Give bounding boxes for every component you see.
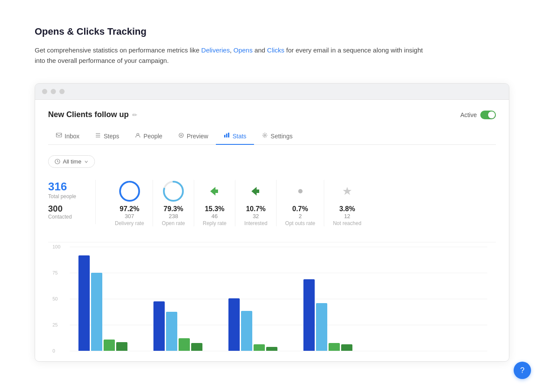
bar-4-4 — [341, 344, 352, 351]
dot-green — [59, 89, 65, 94]
filter-label: All time — [63, 158, 81, 165]
bar-4-3 — [329, 343, 340, 351]
notreached-percentage: 3.8% — [339, 205, 355, 213]
reply-icon-wrap — [203, 180, 226, 203]
tab-settings[interactable]: Settings — [254, 128, 300, 145]
help-icon: ? — [520, 366, 524, 375]
svg-marker-17 — [251, 187, 259, 196]
optout-percentage: 0.7% — [292, 205, 308, 213]
svg-point-10 — [264, 134, 266, 136]
optout-icon-wrap — [289, 180, 312, 203]
svg-point-18 — [298, 189, 303, 193]
bar-3-3 — [254, 344, 265, 351]
tab-people[interactable]: People — [127, 128, 170, 145]
notreached-count: 12 — [344, 213, 350, 219]
bar-group-3 — [228, 298, 277, 351]
campaign-title: New Clients follow up — [48, 110, 129, 119]
delivery-label: Delivery rate — [115, 220, 144, 226]
reply-percentage: 15.3% — [205, 205, 224, 213]
open-count: 238 — [169, 213, 178, 219]
interested-count: 32 — [253, 213, 259, 219]
app-content: New Clients follow up ✏ Active Inbox Ste… — [35, 100, 509, 361]
deliveries-link[interactable]: Deliveries — [201, 46, 230, 54]
help-button[interactable]: ? — [514, 362, 531, 379]
total-people-label: Total people — [48, 193, 85, 199]
preview-icon — [178, 132, 184, 140]
bar-group-2 — [153, 301, 202, 351]
campaign-header: New Clients follow up ✏ Active — [48, 110, 496, 119]
clicks-link[interactable]: Clicks — [267, 46, 284, 54]
metric-delivery-rate: 97.2% 307 Delivery rate — [106, 180, 153, 226]
clock-icon — [55, 159, 60, 164]
bar-2-3 — [179, 338, 190, 351]
bar-4-1 — [303, 279, 315, 351]
svg-rect-9 — [228, 133, 229, 137]
open-label: Open rate — [162, 220, 185, 226]
stats-metrics: 97.2% 307 Delivery rate 79.3% 238 Open r… — [96, 180, 496, 226]
reply-label: Reply rate — [203, 220, 227, 226]
bar-4-2 — [316, 303, 327, 351]
steps-icon — [95, 132, 101, 140]
campaign-title-row: New Clients follow up ✏ — [48, 110, 137, 119]
notreached-icon-wrap — [336, 180, 358, 203]
people-icon — [135, 132, 141, 140]
y-label-0: 0 — [52, 348, 55, 353]
optout-count: 2 — [299, 213, 302, 219]
contacted-label: Contacted — [48, 214, 85, 220]
tab-preview[interactable]: Preview — [170, 128, 216, 145]
active-toggle[interactable] — [480, 111, 496, 119]
y-label-25: 25 — [52, 322, 58, 327]
inbox-icon — [56, 132, 62, 140]
stats-icon — [224, 132, 230, 140]
bar-3-2 — [241, 311, 252, 351]
notreached-label: Not reached — [333, 220, 361, 226]
tab-steps[interactable]: Steps — [87, 128, 127, 145]
bar-2-2 — [166, 312, 177, 351]
svg-rect-0 — [56, 133, 62, 137]
opens-link[interactable]: Opens — [234, 46, 253, 54]
tab-stats[interactable]: Stats — [216, 128, 254, 145]
interested-label: Interested — [244, 220, 267, 226]
tab-people-label: People — [143, 133, 163, 140]
open-circle — [162, 180, 185, 203]
notreached-icon — [342, 186, 352, 196]
dot-red — [42, 89, 47, 94]
y-label-75: 75 — [52, 270, 58, 275]
tabs-nav: Inbox Steps People Preview — [48, 128, 496, 145]
open-percentage: 79.3% — [163, 205, 183, 213]
metric-interested: 10.7% 32 Interested — [235, 180, 276, 226]
optout-icon — [295, 186, 306, 196]
filter-bar: All time — [48, 155, 496, 168]
delivery-count: 307 — [125, 213, 134, 219]
svg-marker-16 — [210, 187, 218, 196]
browser-window: New Clients follow up ✏ Active Inbox Ste… — [35, 83, 509, 362]
metric-open-rate: 79.3% 238 Open rate — [153, 180, 194, 226]
tab-steps-label: Steps — [104, 133, 119, 140]
optout-label: Opt outs rate — [285, 220, 315, 226]
settings-icon — [262, 132, 268, 140]
bar-1-4 — [116, 342, 127, 351]
bar-2-4 — [191, 343, 202, 351]
svg-point-6 — [180, 135, 182, 136]
interested-percentage: 10.7% — [246, 205, 265, 213]
tab-inbox-label: Inbox — [65, 133, 79, 140]
browser-bar — [35, 84, 509, 100]
tab-inbox[interactable]: Inbox — [48, 128, 87, 145]
bars-wrapper — [70, 247, 487, 351]
bar-2-1 — [153, 301, 165, 351]
reply-count: 46 — [212, 213, 218, 219]
stats-row: 316 Total people 300 Contacted 97.2% 307 — [48, 180, 496, 226]
page-description: Get comprehensive statistics on performa… — [35, 45, 425, 66]
tab-settings-label: Settings — [270, 133, 293, 140]
bar-1-3 — [104, 340, 115, 351]
bar-3-1 — [228, 298, 240, 351]
y-label-50: 50 — [52, 296, 58, 301]
stat-people: 316 Total people 300 Contacted — [48, 180, 96, 224]
edit-icon[interactable]: ✏ — [132, 111, 137, 118]
svg-point-13 — [120, 182, 139, 201]
metric-reply-rate: 15.3% 46 Reply rate — [194, 180, 236, 226]
reply-icon — [208, 185, 221, 197]
filter-button[interactable]: All time — [48, 155, 95, 168]
dot-yellow — [51, 89, 56, 94]
y-label-100: 100 — [52, 244, 60, 249]
